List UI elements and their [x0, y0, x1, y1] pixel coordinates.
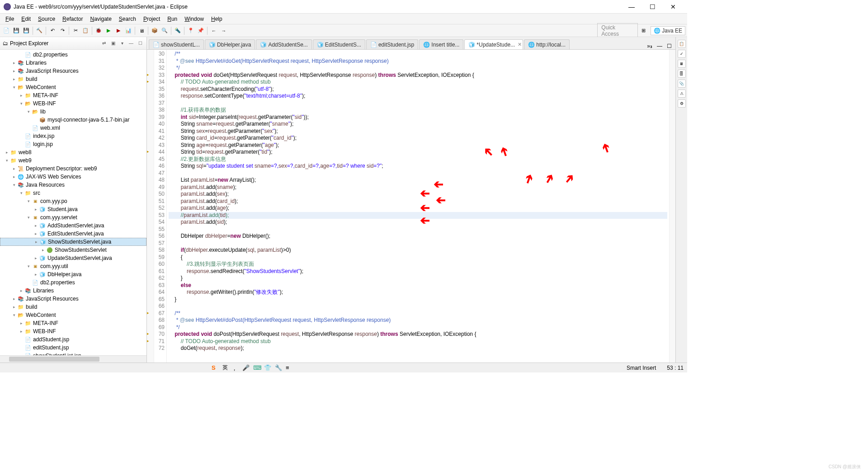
copy-icon[interactable]: 📋 — [81, 26, 90, 35]
maximize-view-icon[interactable]: ☐ — [137, 40, 144, 47]
perspective-java-ee[interactable]: 🌐 Java EE — [651, 26, 685, 35]
toggle-breadcrumb[interactable]: 📍 — [186, 26, 195, 35]
project-tree[interactable]: 📄db2.properties▸📚Libraries▸📚JavaScript R… — [0, 50, 146, 355]
tree-item[interactable]: ▾📂WebContent — [0, 311, 146, 319]
close-button[interactable]: ✕ — [663, 0, 684, 14]
twisty-icon[interactable]: ▾ — [11, 183, 17, 187]
editor-tab[interactable]: 🧊AddStudentSe... — [256, 39, 311, 49]
tree-item[interactable]: ▸📁WEB-INF — [0, 327, 146, 335]
pin-button[interactable]: 📌 — [196, 26, 205, 35]
search-button[interactable]: 🔦 — [173, 26, 182, 35]
new-button[interactable]: 📄 — [2, 26, 11, 35]
debug-button[interactable]: 🐞 — [94, 26, 103, 35]
sogou-icon[interactable]: S — [212, 364, 219, 372]
cut-icon[interactable]: ✂ — [71, 26, 80, 35]
tree-item[interactable]: ▸📁build — [0, 75, 146, 83]
editor-tab[interactable]: 📄showStudentL... — [149, 39, 204, 49]
twisty-icon[interactable]: ▸ — [11, 69, 17, 73]
menu-search[interactable]: Search — [115, 15, 140, 23]
twisty-icon[interactable]: ▸ — [11, 166, 17, 171]
editor-tab[interactable]: 🧊EditStudentS... — [313, 39, 365, 49]
tree-item[interactable]: ▾📂lib — [0, 108, 146, 116]
tree-item[interactable]: ▸🧊UpdateStudentServlet.java — [0, 254, 146, 262]
max-editor-icon[interactable]: ☐ — [665, 43, 674, 49]
menu-file[interactable]: File — [2, 15, 18, 23]
menu-source[interactable]: Source — [34, 15, 59, 23]
tree-item[interactable]: ▸🌐JAX-WS Web Services — [0, 173, 146, 181]
twisty-icon[interactable]: ▸ — [11, 305, 17, 309]
link-editor-icon[interactable]: ⇄ — [100, 40, 108, 47]
tree-item[interactable]: ▾📂WEB-INF — [0, 99, 146, 108]
view-menu-icon[interactable]: ▾ — [118, 40, 126, 47]
tree-item[interactable]: ▸🟢ShowStudentsServlet — [0, 246, 146, 254]
tree-item[interactable]: ▸📜Deployment Descriptor: web9 — [0, 165, 146, 173]
twisty-icon[interactable]: ▾ — [11, 85, 17, 89]
tree-item[interactable]: 📄db2.properties — [0, 51, 146, 59]
ime-skin-icon[interactable]: 👕 — [264, 364, 271, 372]
tree-item[interactable]: ▸🧊ShowStudentsServlet.java — [0, 238, 146, 246]
explorer-hscroll[interactable] — [0, 355, 146, 363]
properties-icon[interactable]: ⚙ — [678, 99, 686, 108]
tree-item[interactable]: ▸🧊DbHelper.java — [0, 270, 146, 278]
tree-item[interactable]: 📄addStudent.jsp — [0, 335, 146, 344]
save-button[interactable]: 💾 — [12, 26, 21, 35]
tree-item[interactable]: ▾📂WebContent — [0, 83, 146, 91]
coverage-button[interactable]: 📊 — [124, 26, 133, 35]
tree-item[interactable]: ▸📁web8 — [0, 148, 146, 156]
tree-item[interactable]: 📄editStudent.jsp — [0, 344, 146, 352]
twisty-icon[interactable]: ▸ — [18, 288, 24, 293]
twisty-icon[interactable]: ▾ — [25, 199, 32, 203]
tree-item[interactable]: ▸🧊AddStudentServlet.java — [0, 221, 146, 230]
tree-item[interactable]: ▸🧊Student.java — [0, 205, 146, 213]
tree-item[interactable]: ▾📁src — [0, 189, 146, 197]
ime-punct-icon[interactable]: ， — [231, 364, 239, 372]
twisty-icon[interactable]: ▸ — [33, 231, 39, 236]
new-package-button[interactable]: 📦 — [150, 26, 159, 35]
new-server-button[interactable]: 🖥 — [137, 26, 146, 35]
tree-item[interactable]: ▸📚JavaScript Resources — [0, 295, 146, 303]
open-type-button[interactable]: 🔍 — [160, 26, 169, 35]
tree-item[interactable]: 📄login.jsp — [0, 140, 146, 148]
tree-item[interactable]: ▸📁META-INF — [0, 319, 146, 327]
twisty-icon[interactable]: ▸ — [33, 272, 39, 277]
tree-item[interactable]: ▸📚JavaScript Resources — [0, 67, 146, 75]
minimize-view-icon[interactable]: — — [127, 40, 135, 47]
tree-item[interactable]: ▾▣com.yyy.po — [0, 197, 146, 205]
editor-tab[interactable]: 🧊*UpdateStude...✕ — [464, 39, 523, 49]
minimize-button[interactable]: — — [621, 0, 642, 14]
editor-tab[interactable]: 🧊DbHelper.java — [205, 39, 255, 49]
twisty-icon[interactable]: ▸ — [33, 256, 39, 260]
maximize-button[interactable]: ☐ — [642, 0, 663, 14]
menu-project[interactable]: Project — [140, 15, 164, 23]
tab-list-icon[interactable]: »₃ — [645, 43, 654, 49]
open-perspective-button[interactable]: ⊞ — [639, 26, 648, 35]
twisty-icon[interactable]: ▸ — [11, 61, 17, 65]
build-button[interactable]: 🔨 — [35, 26, 44, 35]
quick-access-input[interactable]: Quick Access — [597, 23, 638, 38]
save-all-button[interactable]: 💾 — [22, 26, 31, 35]
ime-lang[interactable]: 英 — [222, 364, 228, 372]
run-last-button[interactable]: ▶ — [114, 26, 123, 35]
twisty-icon[interactable]: ▾ — [25, 215, 32, 220]
twisty-icon[interactable]: ▾ — [18, 191, 24, 195]
data-source-icon[interactable]: 🗄 — [678, 70, 686, 78]
twisty-icon[interactable]: ▾ — [4, 158, 10, 163]
twisty-icon[interactable]: ▸ — [33, 207, 39, 212]
tree-item[interactable]: ▸🧊EditStudentServlet.java — [0, 230, 146, 238]
menu-edit[interactable]: Edit — [18, 15, 34, 23]
twisty-icon[interactable]: ▸ — [11, 174, 17, 179]
forward-button[interactable]: → — [219, 26, 228, 35]
collapse-icon[interactable]: ▣ — [109, 40, 117, 47]
tree-item[interactable]: ▸📚Libraries — [0, 59, 146, 67]
twisty-icon[interactable]: ▾ — [25, 109, 32, 114]
undo-icon[interactable]: ↶ — [48, 26, 57, 35]
tree-item[interactable]: 📄db2.properties — [0, 278, 146, 287]
close-tab-icon[interactable]: ✕ — [518, 42, 522, 47]
menu-refactor[interactable]: Refactor — [59, 15, 86, 23]
tree-item[interactable]: 📦mysql-connector-java-5.1.7-bin.jar — [0, 116, 146, 124]
twisty-icon[interactable]: ▸ — [40, 248, 46, 252]
tree-item[interactable]: ▾▣com.yyy.util — [0, 262, 146, 270]
twisty-icon[interactable]: ▾ — [11, 313, 17, 317]
min-editor-icon[interactable]: — — [655, 43, 664, 49]
task-list-icon[interactable]: ✓ — [678, 50, 686, 58]
